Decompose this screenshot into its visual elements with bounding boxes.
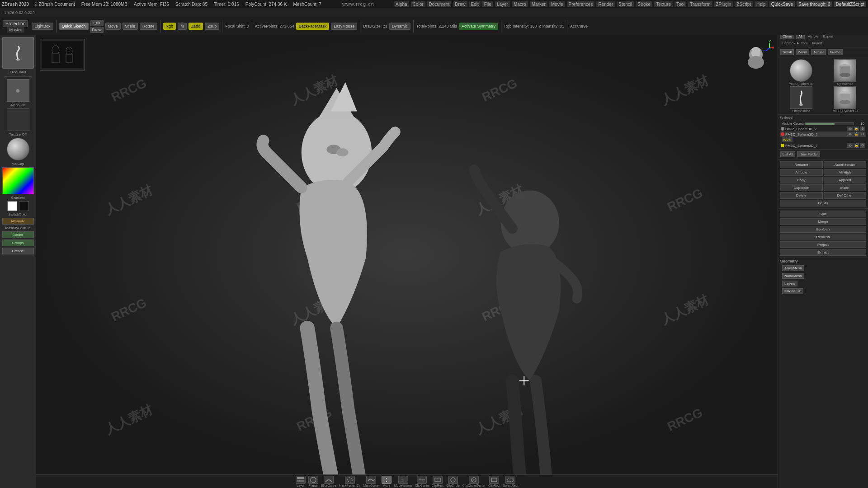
subtool-eye-2[interactable]: 👁 [847, 143, 853, 148]
zoom-btn[interactable]: Zoom [796, 49, 809, 55]
visible-count-slider[interactable] [805, 122, 854, 125]
del-all-btn[interactable]: Del All [780, 200, 866, 206]
rgb-btn[interactable]: Rgb [163, 23, 176, 30]
help-menu[interactable]: Help [755, 1, 768, 7]
duplicate-btn[interactable]: Duplicate [780, 184, 823, 191]
bottom-tool-maskperfect[interactable]: MaskPerfectCir [338, 476, 362, 487]
bottom-tool-slicecurve[interactable]: SliceCurve [320, 476, 337, 487]
frame-btn[interactable]: Frame [828, 49, 843, 55]
black-swatch[interactable] [19, 201, 29, 211]
white-swatch[interactable] [7, 201, 17, 211]
subtool-lock-0[interactable]: 🔒 [854, 127, 859, 131]
texture-swatch[interactable] [7, 108, 29, 131]
color-selector[interactable] [2, 167, 34, 194]
filter-mesh-btn[interactable]: FilterMesh [782, 288, 803, 294]
delete-btn[interactable]: Delete [780, 192, 823, 199]
subtool-item-0[interactable]: BX32_Sphere3D_2 👁 🔒 ⚙ [780, 126, 866, 131]
groups-btn[interactable]: Groups [2, 239, 34, 246]
dynamic-btn[interactable]: Dynamic [389, 23, 410, 30]
render-menu[interactable]: Render [596, 1, 615, 7]
material-sphere[interactable] [7, 138, 29, 160]
subtool-gear-0[interactable]: ⚙ [860, 127, 865, 131]
quicksave-btn[interactable]: QuickSave [769, 1, 795, 7]
macro-menu[interactable]: Macro [512, 1, 528, 7]
subtool-eye-0[interactable]: 👁 [847, 127, 853, 131]
alpha-menu[interactable]: Alpha [394, 1, 409, 7]
bottom-tool-selectrect[interactable]: SelectRect [502, 476, 519, 487]
zadd-btn[interactable]: Zadd [189, 23, 203, 30]
color-menu[interactable]: Color [411, 1, 425, 7]
subtool-gear-2[interactable]: ⚙ [860, 143, 865, 148]
crease-btn[interactable]: Crease [2, 248, 34, 254]
projection-label[interactable]: Projection [3, 20, 28, 27]
viewport[interactable]: RRCG 人人素材 RRCG 人人素材 人人素材 RRCG 人人素材 RRCG … [36, 35, 778, 474]
acc-curve-label[interactable]: AccCurve [570, 24, 588, 28]
border-btn[interactable]: Border [2, 231, 34, 238]
zscript-menu[interactable]: ZScript [735, 1, 753, 7]
nano-mesh-btn[interactable]: NanoMesh [782, 273, 804, 279]
back-face-mask-btn[interactable]: BackFaceMask [296, 23, 330, 30]
subtool-lock-1[interactable]: 🔒 [854, 132, 859, 136]
lazy-mouse-btn[interactable]: LazyMouse [331, 23, 357, 30]
tool-icon-brush[interactable]: SimpleBrush [780, 86, 823, 113]
layers-btn[interactable]: Layers [782, 281, 797, 286]
brush-selector[interactable] [2, 37, 34, 69]
split-btn[interactable]: Split [780, 211, 866, 217]
rotate-btn[interactable]: Rotate [140, 23, 157, 30]
alpha-swatch[interactable]: ● [7, 79, 29, 102]
subtool-item-2[interactable]: PM3D_Sphere3D_7 👁 🔒 ⚙ [780, 143, 866, 148]
edit-btn[interactable]: Edit [90, 20, 104, 26]
save-through-btn[interactable]: Save through: 0 [797, 1, 832, 7]
quick-sketch-btn[interactable]: Quick Sketch [59, 23, 89, 30]
bottom-tool-layer[interactable]: Layer [295, 476, 307, 487]
lightbox-btn[interactable]: LightBox [32, 23, 53, 30]
rename-btn[interactable]: Rename [780, 161, 823, 168]
m-btn[interactable]: M [178, 23, 187, 30]
bottom-tool-clipcurve[interactable]: ClipCurve [414, 476, 430, 487]
list-all-btn[interactable]: List All [780, 151, 795, 157]
bottom-tool-marscurve[interactable]: MarsCurve [362, 476, 379, 487]
move-btn[interactable]: Move [105, 23, 121, 30]
right-panel-scroll[interactable]: Load Tool Save As Load Tool from Project… [778, 9, 868, 488]
merge-btn[interactable]: Merge [780, 218, 866, 225]
append-btn[interactable]: Append [824, 177, 867, 183]
menu-document[interactable]: © ZBrush Document [33, 2, 76, 7]
all-high-btn[interactable]: All High [824, 169, 867, 176]
subtool-eye-1[interactable]: 👁 [847, 132, 853, 136]
new-folder-btn[interactable]: New Folder [797, 151, 820, 157]
bottom-tool-cliprect[interactable]: ClipRect [431, 476, 444, 487]
default-zscript-btn[interactable]: DefaultZScript [834, 1, 866, 7]
tool-icon-pm-cylinder[interactable]: PM3D_Cylinder3D [824, 86, 867, 113]
all-low-btn[interactable]: All Low [780, 169, 823, 176]
draw-menu[interactable]: Draw [453, 1, 467, 7]
bottom-tool-planar[interactable]: Planar [307, 476, 319, 487]
remesh-btn[interactable]: Remesh [780, 234, 866, 240]
subtool-item-1[interactable]: PM3D_Sphere3D_2 👁 🔒 ⚙ [780, 131, 866, 137]
scroll-btn[interactable]: Scroll [780, 49, 794, 55]
document-thumbnail[interactable] [40, 39, 85, 70]
boolean-btn[interactable]: Boolean [780, 226, 866, 233]
texture-menu[interactable]: Texture [654, 1, 673, 7]
stencil-menu[interactable]: Stencil [617, 1, 634, 7]
draw-btn[interactable]: Draw [90, 27, 104, 33]
zplugin-menu[interactable]: ZPlugin [714, 1, 733, 7]
transform-menu[interactable]: Transform [688, 1, 712, 7]
tool-menu[interactable]: Tool [675, 1, 686, 7]
scale-btn[interactable]: Scale [123, 23, 138, 30]
subtool-lock-2[interactable]: 🔒 [854, 143, 859, 148]
bottom-tool-clipcirclecenter[interactable]: ClipCircleCenter [462, 476, 486, 487]
zsub-btn[interactable]: Zsub [205, 23, 219, 30]
edit-menu[interactable]: Edit [469, 1, 481, 7]
actual-btn[interactable]: Actual [811, 49, 826, 55]
nav-cube[interactable]: X Y Z [738, 39, 774, 75]
file-menu[interactable]: File [482, 1, 493, 7]
array-mesh-btn[interactable]: ArrayMesh [782, 265, 804, 271]
tool-icon-sphere[interactable]: PM3D_Sphere3D [780, 59, 823, 85]
bottom-tool-cliprect2[interactable]: ClipRect [487, 476, 501, 487]
insert-btn[interactable]: Insert [824, 184, 867, 191]
layer-menu[interactable]: Layer [495, 1, 510, 7]
alternate-btn[interactable]: Alternate [2, 218, 34, 225]
marker-menu[interactable]: Marker [530, 1, 547, 7]
activate-symmetry-btn[interactable]: Activate Symmetry [459, 23, 498, 30]
bottom-tool-move-actions[interactable]: ↕ MoveActions [393, 476, 413, 487]
